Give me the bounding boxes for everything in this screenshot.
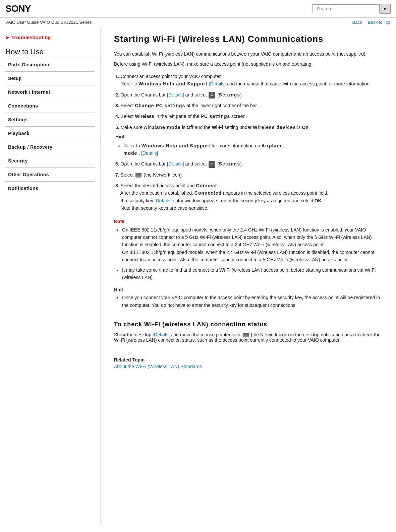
step8-ok-text: OK [315,198,322,203]
step2-details-link[interactable]: [Details] [167,92,184,97]
network-icon [135,173,142,178]
how-to-use-label: How to Use [0,44,100,58]
bottom-hint-item: Once you connect your VAIO computer to t… [122,294,386,309]
page-title: Starting Wi-Fi (Wireless LAN) Communicat… [114,34,386,44]
step5-on-text: On [302,125,308,130]
related-topic: Related Topic About the Wi-Fi (Wireless … [114,353,386,369]
step5-airplane-text: Airplane mode [144,125,181,130]
related-topic-link[interactable]: About the Wi-Fi (Wireless LAN) Standards [114,364,202,369]
sidebar-divider-10 [5,195,95,195]
step-6-num: 6. [115,161,119,167]
step8-connected-text: Connected [194,190,222,196]
step4-wireless-text: Wireless [135,114,154,119]
step-8-num: 8. [115,183,119,188]
step2-settings-text: Settings [219,92,240,97]
note-list: On IEEE 802.11a/b/g/n equipped models, w… [122,226,386,281]
main-content: Starting Wi-Fi (Wireless LAN) Communicat… [101,27,396,526]
troubleshooting-label: Troubleshooting [11,35,51,40]
note-label: Note [114,219,386,224]
bottom-hint-block: Hint Once you connect your VAIO computer… [114,287,386,309]
back-link[interactable]: Back [352,20,362,25]
step1-details-link[interactable]: [Details] [209,81,226,86]
bottom-hint-label: Hint [114,287,386,292]
step6-details-link[interactable]: [Details] [167,161,184,167]
step6-settings-text: Settings [219,161,240,167]
layout: ➤ Troubleshooting How to Use Parts Descr… [0,27,396,526]
step-2: 2. Open the Charms bar [Details] and sel… [114,91,386,98]
sony-logo: SONY [5,3,31,14]
step-4: 4. Select Wireless in the left pane of t… [114,113,386,120]
network-icon-2 [243,333,249,337]
guide-title: VAIO User Guide VAIO Duo SVJ2021 Series [5,20,92,25]
step5-wifi-text: Wi-Fi [212,125,223,130]
sidebar-item-network-internet[interactable]: Network / Internet [0,85,100,99]
sidebar-item-playback[interactable]: Playback [0,127,100,140]
step5-hint-label: Hint [115,133,386,140]
section2-title: To check Wi-Fi (wireless LAN) connection… [114,321,386,328]
sidebar: ➤ Troubleshooting How to Use Parts Descr… [0,27,101,526]
intro-paragraph-2: Before using Wi-Fi (wireless LAN), make … [114,60,386,68]
gear-icon: ⚙ [209,92,215,98]
step4-pc-settings-text: PC settings [201,114,230,119]
sidebar-item-other-operations[interactable]: Other Operations [0,168,100,181]
step-6: 6. Open the Charms bar [Details] and sel… [114,160,386,168]
sidebar-item-security[interactable]: Security [0,154,100,168]
step-2-num: 2. [115,92,119,97]
search-area: ➤ [313,4,391,14]
step-7-num: 7. [115,172,119,178]
related-topic-label: Related Topic [114,357,386,362]
step-3: 3. Select Change PC settings at the lowe… [114,102,386,109]
search-button[interactable]: ➤ [380,4,391,14]
step8-connect-text: Connect [196,183,217,188]
sub-header: VAIO User Guide VAIO Duo SVJ2021 Series … [0,18,396,27]
step5-hint-list: Refer to Windows Help and Support for mo… [123,142,386,157]
step8-details-link[interactable]: [Details] [155,198,172,203]
search-input[interactable] [313,4,380,13]
note-item-1: On IEEE 802.11a/b/g/n equipped models, w… [122,226,386,264]
step3-change-pc-text: Change PC settings [135,103,185,108]
step5-help-text: Windows Help and Support [142,143,210,148]
intro-paragraph-1: You can establish Wi-Fi (wireless LAN) c… [114,50,386,58]
section2-text: Show the desktop [Details] and move the … [114,332,386,343]
steps-list: 1. Connect an access point to your VAIO … [114,73,386,212]
gear-icon-2: ⚙ [209,161,215,168]
step1-help-text: Windows Help and Support [138,81,207,86]
note-item-2: It may take some time to find and connec… [122,266,386,281]
troubleshooting-link[interactable]: ➤ Troubleshooting [0,32,100,44]
step5-details-link[interactable]: [Details] [141,150,158,156]
sidebar-item-notifications[interactable]: Notifications [0,182,100,195]
step5-off-text: Off [187,125,193,130]
step5-hint-item: Refer to Windows Help and Support for mo… [123,142,386,157]
step-1-num: 1. [115,74,119,79]
step-3-num: 3. [115,103,119,108]
step-7: 7. Select (the Network icon). [114,171,386,179]
nav-links: Back | Back to Top [352,20,391,25]
section2-details-link[interactable]: [Details] [153,332,170,337]
step-8: 8. Select the desired access point and C… [114,182,386,212]
step-4-num: 4. [115,114,119,119]
sidebar-item-setup[interactable]: Setup [0,72,100,85]
step-1: 1. Connect an access point to your VAIO … [114,73,386,88]
sidebar-item-connections[interactable]: Connections [0,99,100,113]
sidebar-item-backup-recovery[interactable]: Backup / Recovery [0,140,100,154]
step-5-num: 5. [115,125,119,130]
bottom-hint-list: Once you connect your VAIO computer to t… [122,294,386,309]
back-to-top-link[interactable]: Back to Top [368,20,391,25]
step5-wireless-devices-text: Wireless devices [253,125,296,130]
sidebar-item-parts-description[interactable]: Parts Description [0,58,100,71]
header: SONY ➤ [0,0,396,18]
sidebar-item-settings[interactable]: Settings [0,113,100,126]
step-5: 5. Make sure Airplane mode is Off and th… [114,124,386,157]
troubleshooting-arrow-icon: ➤ [5,35,9,40]
